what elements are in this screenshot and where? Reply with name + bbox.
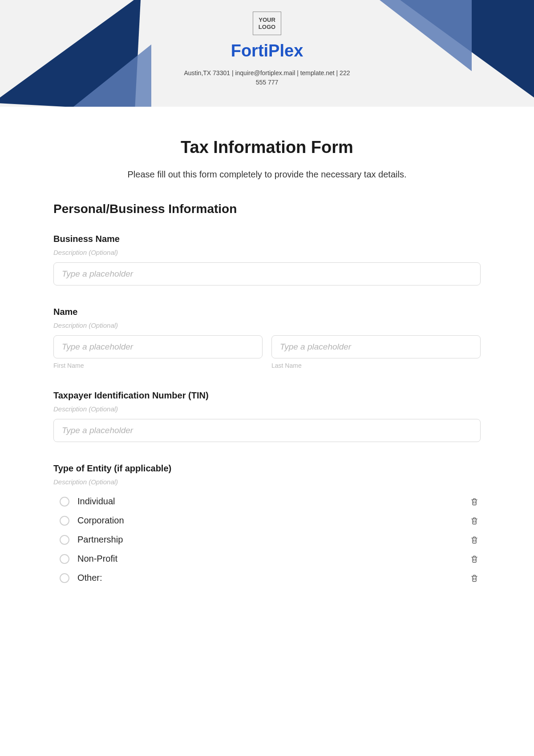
radio-label: Corporation [77, 515, 124, 526]
radio-option-corporation[interactable]: Corporation [53, 511, 481, 530]
field-business-name: Business Name Description (Optional) [53, 234, 481, 286]
field-label: Name [53, 307, 481, 317]
trash-icon[interactable] [470, 516, 479, 526]
field-label: Business Name [53, 234, 481, 244]
last-name-input[interactable] [271, 335, 481, 358]
field-label: Type of Entity (if applicable) [53, 463, 481, 474]
entity-radio-list: Individual Corporation Partnership [53, 492, 481, 587]
field-entity-type: Type of Entity (if applicable) Descripti… [53, 463, 481, 587]
radio-option-nonprofit[interactable]: Non-Profit [53, 549, 481, 568]
first-name-input[interactable] [53, 335, 263, 358]
form-content: Tax Information Form Please fill out thi… [0, 107, 534, 627]
last-name-sublabel: Last Name [271, 362, 481, 369]
form-title: Tax Information Form [53, 138, 481, 157]
trash-icon[interactable] [470, 497, 479, 507]
form-subtitle: Please fill out this form completely to … [53, 169, 481, 180]
radio-icon [60, 554, 69, 564]
brand-name: FortiPlex [0, 41, 534, 60]
radio-icon [60, 535, 69, 545]
field-description: Description (Optional) [53, 249, 481, 256]
radio-icon [60, 573, 69, 583]
radio-label: Partnership [77, 535, 123, 545]
field-description: Description (Optional) [53, 478, 481, 486]
radio-label: Other: [77, 573, 102, 583]
trash-icon[interactable] [470, 554, 479, 564]
radio-option-individual[interactable]: Individual [53, 492, 481, 511]
header-banner: YOUR LOGO FortiPlex Austin,TX 73301 | in… [0, 0, 534, 107]
radio-icon [60, 516, 69, 526]
trash-icon[interactable] [470, 535, 479, 545]
contact-info: Austin,TX 73301 | inquire@fortiplex.mail… [178, 68, 356, 87]
radio-label: Non-Profit [77, 554, 117, 564]
business-name-input[interactable] [53, 262, 481, 286]
trash-icon[interactable] [470, 573, 479, 583]
first-name-sublabel: First Name [53, 362, 263, 369]
field-description: Description (Optional) [53, 405, 481, 413]
field-tin: Taxpayer Identification Number (TIN) Des… [53, 390, 481, 442]
radio-option-partnership[interactable]: Partnership [53, 530, 481, 549]
tin-input[interactable] [53, 419, 481, 442]
logo-placeholder: YOUR LOGO [253, 12, 281, 35]
radio-icon [60, 497, 69, 507]
radio-option-other[interactable]: Other: [53, 568, 481, 587]
section-heading-personal: Personal/Business Information [53, 202, 481, 216]
radio-label: Individual [77, 496, 115, 507]
field-name: Name Description (Optional) First Name L… [53, 307, 481, 369]
field-description: Description (Optional) [53, 322, 481, 329]
field-label: Taxpayer Identification Number (TIN) [53, 390, 481, 401]
